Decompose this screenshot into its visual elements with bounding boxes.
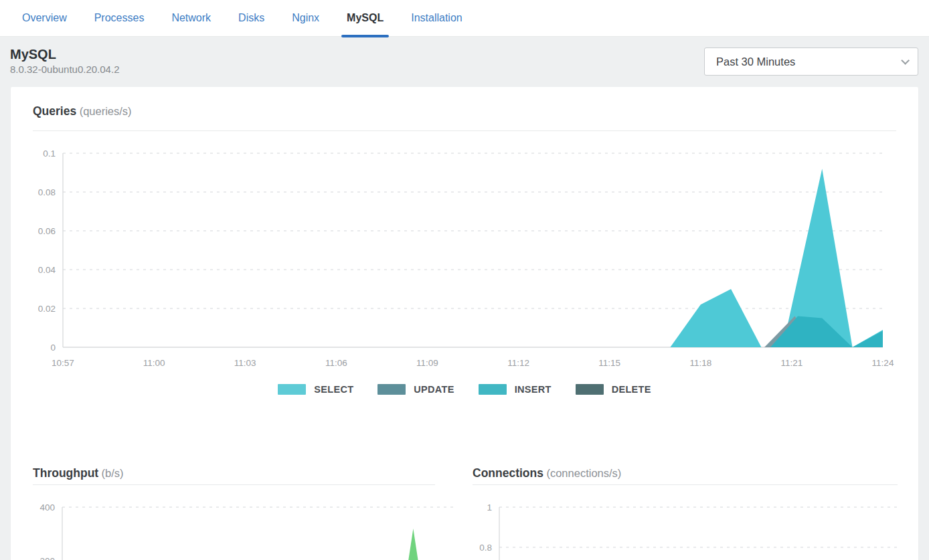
tab-processes[interactable]: Processes bbox=[94, 0, 145, 37]
x-tick-label: 11:03 bbox=[234, 358, 256, 368]
queries-title: Queries bbox=[33, 104, 76, 118]
x-tick-label: 11:06 bbox=[325, 358, 347, 368]
tab-overview[interactable]: Overview bbox=[22, 0, 67, 37]
tab-installation[interactable]: Installation bbox=[411, 0, 462, 37]
x-tick-label: 10:57 bbox=[52, 358, 74, 368]
throughput-unit: (b/s) bbox=[102, 467, 124, 479]
y-tick-label: 0.08 bbox=[38, 187, 56, 197]
legend-label: DELETE bbox=[612, 384, 651, 395]
connections-panel-header: Connections (connections/s) bbox=[457, 456, 920, 480]
legend-item-select: SELECT bbox=[278, 384, 353, 395]
queries-panel-header: Queries (queries/s) bbox=[11, 87, 918, 118]
y-tick-label: 400 bbox=[39, 502, 55, 512]
legend-label: SELECT bbox=[314, 384, 353, 395]
y-tick-label: 0.02 bbox=[38, 304, 56, 314]
legend-item-update: UPDATE bbox=[377, 384, 454, 395]
y-tick-label: 300 bbox=[39, 556, 55, 560]
queries-unit: (queries/s) bbox=[80, 105, 132, 117]
tab-disks[interactable]: Disks bbox=[238, 0, 264, 37]
y-tick-label: 0 bbox=[50, 343, 56, 353]
x-tick-label: 11:18 bbox=[689, 358, 711, 368]
header-title-block: MySQL 8.0.32-0ubuntu0.20.04.2 bbox=[10, 45, 119, 76]
x-tick-label: 11:12 bbox=[507, 358, 529, 368]
connections-title: Connections bbox=[473, 466, 543, 480]
mysql-version: 8.0.32-0ubuntu0.20.04.2 bbox=[10, 63, 119, 76]
tab-bar: OverviewProcessesNetworkDisksNginxMySQLI… bbox=[0, 0, 929, 37]
tab-network[interactable]: Network bbox=[171, 0, 211, 37]
legend-item-delete: DELETE bbox=[576, 384, 651, 395]
divider bbox=[33, 484, 435, 485]
time-range-select[interactable]: Past 30 Minutes bbox=[704, 48, 918, 76]
throughput-chart: 300400 bbox=[11, 493, 457, 560]
throughput-title: Throughput bbox=[33, 466, 98, 480]
connections-panel: Connections (connections/s) 0.81 bbox=[457, 456, 920, 560]
queries-panel: Queries (queries/s) 00.020.040.060.080.1… bbox=[11, 87, 918, 396]
legend-swatch-select bbox=[278, 384, 306, 395]
y-tick-label: 1 bbox=[487, 502, 492, 512]
throughput-panel: Throughput (b/s) 300400 bbox=[11, 456, 457, 560]
legend-swatch-update bbox=[377, 384, 406, 395]
queries-legend: SELECTUPDATEINSERTDELETE bbox=[11, 383, 918, 396]
divider bbox=[33, 130, 896, 131]
tab-mysql[interactable]: MySQL bbox=[347, 0, 384, 37]
connections-chart: 0.81 bbox=[457, 493, 920, 560]
page-header: MySQL 8.0.32-0ubuntu0.20.04.2 Past 30 Mi… bbox=[0, 37, 929, 87]
throughput-panel-header: Throughput (b/s) bbox=[11, 456, 457, 480]
time-range-value: Past 30 Minutes bbox=[716, 56, 795, 68]
y-tick-label: 0.06 bbox=[38, 226, 56, 236]
y-tick-label: 0.1 bbox=[43, 149, 56, 159]
divider bbox=[473, 484, 898, 485]
legend-swatch-delete bbox=[576, 384, 604, 395]
connections-unit: (connections/s) bbox=[546, 467, 621, 479]
tab-nginx[interactable]: Nginx bbox=[292, 0, 319, 37]
x-tick-label: 11:00 bbox=[143, 358, 165, 368]
series-throughput bbox=[384, 529, 442, 560]
series-select bbox=[670, 169, 883, 347]
y-tick-label: 0.04 bbox=[38, 265, 56, 275]
legend-swatch-insert bbox=[479, 384, 507, 395]
x-tick-label: 11:15 bbox=[598, 358, 620, 368]
bottom-charts-row: Throughput (b/s) 300400 Connections (con… bbox=[11, 456, 918, 560]
x-tick-label: 11:21 bbox=[780, 358, 803, 368]
content-card: Queries (queries/s) 00.020.040.060.080.1… bbox=[10, 87, 919, 560]
legend-item-insert: INSERT bbox=[479, 384, 552, 395]
x-tick-label: 11:24 bbox=[872, 358, 894, 368]
chevron-down-icon bbox=[901, 56, 910, 65]
page-title: MySQL bbox=[10, 45, 119, 63]
legend-label: INSERT bbox=[515, 384, 552, 395]
legend-label: UPDATE bbox=[414, 384, 454, 395]
y-tick-label: 0.8 bbox=[479, 543, 492, 553]
x-tick-label: 11:09 bbox=[416, 358, 438, 368]
queries-chart: 00.020.040.060.080.110:5711:0011:0311:06… bbox=[11, 143, 920, 376]
